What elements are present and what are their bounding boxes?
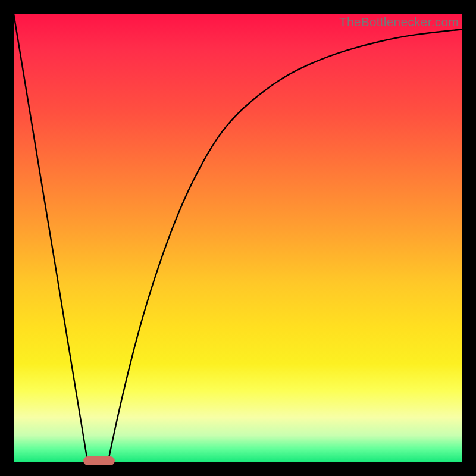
right-ascent-curve (108, 29, 462, 462)
optimal-range-marker (83, 456, 115, 465)
left-descent-line (14, 14, 87, 462)
plot-area: TheBottlenecker.com (14, 14, 462, 462)
chart-frame: TheBottlenecker.com (0, 0, 476, 476)
curve-layer (14, 14, 462, 462)
